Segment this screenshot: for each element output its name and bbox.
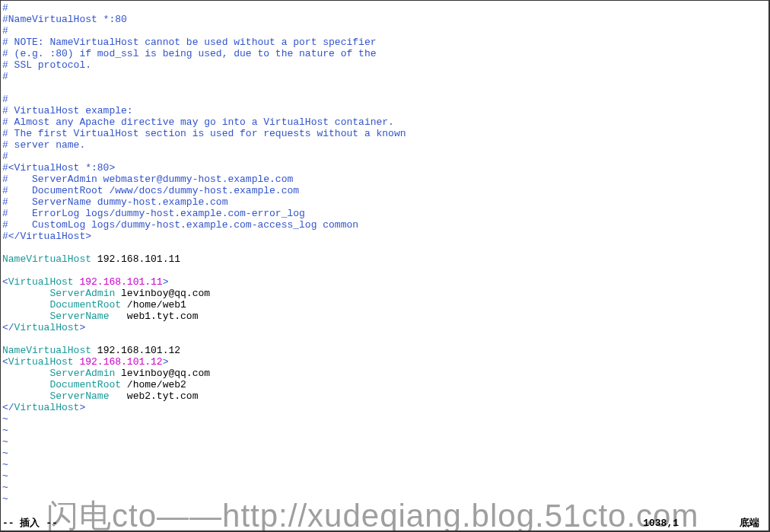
vim-status-bar: -- 插入 -- 1038,1 底端: [2, 518, 767, 529]
comment-line: #: [2, 71, 767, 82]
vim-mode: -- 插入 --: [2, 518, 58, 529]
vim-tilde: ~: [2, 413, 767, 425]
comment-line: # SSL protocol.: [2, 59, 767, 71]
vim-tilde: ~: [2, 482, 767, 493]
open-tag-line: <VirtualHost 192.168.101.12>: [2, 356, 767, 368]
comment-line: # DocumentRoot /www/docs/dummy-host.exam…: [2, 185, 767, 196]
comment-line: # The first VirtualHost section is used …: [2, 128, 767, 139]
comment-line: # Almost any Apache directive may go int…: [2, 116, 767, 128]
comment-line: # VirtualHost example:: [2, 105, 767, 116]
blank-line: [2, 265, 767, 276]
blank-line: [2, 333, 767, 345]
comment-line: # NOTE: NameVirtualHost cannot be used w…: [2, 37, 767, 48]
comment-line: # ServerAdmin webmaster@dummy-host.examp…: [2, 174, 767, 185]
blank-line: [2, 82, 767, 94]
open-tag-line: <VirtualHost 192.168.101.11>: [2, 276, 767, 288]
comment-line: #NameVirtualHost *:80: [2, 14, 767, 25]
vim-tilde: ~: [2, 493, 767, 505]
directive-line: NameVirtualHost 192.168.101.12: [2, 345, 767, 356]
comment-line: #</VirtualHost>: [2, 231, 767, 242]
vim-tilde: ~: [2, 448, 767, 459]
scroll-position: 底端: [740, 518, 759, 529]
directive-line: NameVirtualHost 192.168.101.11: [2, 253, 767, 265]
cursor-position: 1038,1: [643, 518, 679, 529]
comment-line: #: [2, 25, 767, 37]
close-tag-line: </VirtualHost>: [2, 322, 767, 333]
comment-line: #: [2, 151, 767, 162]
comment-line: # (e.g. :80) if mod_ssl is being used, d…: [2, 48, 767, 59]
blank-line: [2, 242, 767, 253]
vim-tilde: ~: [2, 436, 767, 448]
comment-line: #: [2, 2, 767, 14]
comment-line: # CustomLog logs/dummy-host.example.com-…: [2, 219, 767, 231]
comment-line: #<VirtualHost *:80>: [2, 162, 767, 174]
directive-line: ServerAdmin levinboy@qq.com: [2, 368, 767, 379]
comment-line: # ErrorLog logs/dummy-host.example.com-e…: [2, 208, 767, 219]
directive-line: DocumentRoot /home/web1: [2, 299, 767, 311]
directive-line: ServerName web1.tyt.com: [2, 311, 767, 322]
comment-line: #: [2, 94, 767, 105]
vim-tilde: ~: [2, 470, 767, 482]
editor-content[interactable]: ##NameVirtualHost *:80## NOTE: NameVirtu…: [1, 1, 768, 506]
directive-line: DocumentRoot /home/web2: [2, 379, 767, 390]
status-spacer: [58, 518, 643, 529]
close-tag-line: </VirtualHost>: [2, 402, 767, 413]
vim-tilde: ~: [2, 459, 767, 470]
comment-line: # server name.: [2, 139, 767, 151]
comment-line: # ServerName dummy-host.example.com: [2, 196, 767, 208]
vim-tilde: ~: [2, 425, 767, 436]
directive-line: ServerAdmin levinboy@qq.com: [2, 288, 767, 299]
directive-line: ServerName web2.tyt.com: [2, 390, 767, 402]
